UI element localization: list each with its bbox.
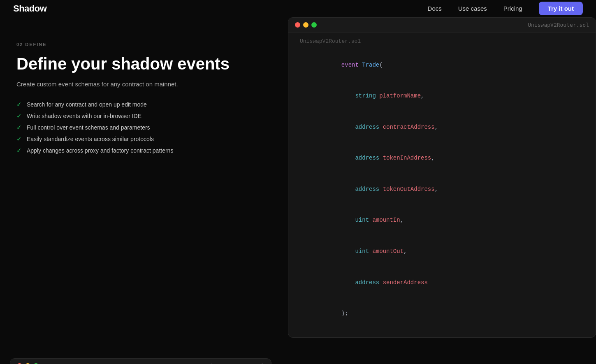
emit-code-panel: UniswapV2Router.sol function swapExactTo… [0,358,288,364]
define-feature-list: ✓ Search for any contract and open up ed… [16,101,267,154]
define-code-window: UniswapV2Router.sol UniswapV2Router.sol … [288,17,596,338]
define-feature-1: ✓ Search for any contract and open up ed… [16,101,267,108]
code-line-partial: UniswapV2Router.sol [300,37,584,46]
spacer [0,338,596,350]
navbar: Shadow Docs Use cases Pricing Try it out [0,0,596,17]
check-icon-5: ✓ [16,147,22,154]
code-line-tokenout: address tokenOutAddress, [300,174,584,205]
define-text-panel: 02 DEFINE Define your shadow events Crea… [0,17,288,338]
define-feature-2: ✓ Write shadow events with our in-browse… [16,112,267,120]
define-code-body: UniswapV2Router.sol event Trade( string … [288,32,596,337]
define-section: 02 DEFINE Define your shadow events Crea… [0,17,596,338]
check-icon-1: ✓ [16,101,22,108]
define-code-titlebar: UniswapV2Router.sol [288,18,596,32]
traffic-lights-top [295,22,317,28]
check-icon-4: ✓ [16,135,22,143]
emit-code-titlebar: UniswapV2Router.sol [10,359,271,364]
define-code-panel: UniswapV2Router.sol UniswapV2Router.sol … [288,17,596,338]
tl-yellow-top [303,22,308,28]
page: 02 DEFINE Define your shadow events Crea… [0,0,596,364]
code-line-amountout: uint amountOut, [300,236,584,267]
code-line-contract: address contractAddress, [300,112,584,143]
tl-green-top [311,22,317,28]
code-line-tokenin: address tokenInAddress, [300,143,584,174]
nav-link-docs[interactable]: Docs [428,5,442,12]
emit-text-panel: 03 EMIT Emit custom data Take precise co… [288,358,596,364]
define-description: Create custom event schemas for any cont… [16,80,267,89]
define-feature-4: ✓ Easily standardize events across simil… [16,135,267,143]
code-line-close: ); [300,298,584,329]
code-line-amountin: uint amountIn, [300,205,584,236]
define-feature-3: ✓ Full control over event schemas and pa… [16,124,267,131]
code-line-platform: string platformName, [300,81,584,112]
emit-section: UniswapV2Router.sol function swapExactTo… [0,358,596,364]
code-line-sender: address senderAddress [300,267,584,298]
code-line-event: event Trade( [300,49,584,81]
check-icon-2: ✓ [16,112,22,120]
define-code-filename: UniswapV2Router.sol [528,22,589,28]
nav-link-pricing[interactable]: Pricing [503,5,522,12]
check-icon-3: ✓ [16,124,22,131]
define-feature-5: ✓ Apply changes across proxy and factory… [16,147,267,154]
nav-link-use-cases[interactable]: Use cases [458,5,487,12]
define-title: Define your shadow events [16,54,267,73]
emit-code-window: UniswapV2Router.sol function swapExactTo… [10,358,271,364]
logo: Shadow [13,3,46,14]
try-it-out-button[interactable]: Try it out [539,2,583,15]
tl-red-top [295,22,300,28]
nav-links: Docs Use cases Pricing Try it out [428,2,583,15]
define-step-label: 02 DEFINE [16,42,267,47]
